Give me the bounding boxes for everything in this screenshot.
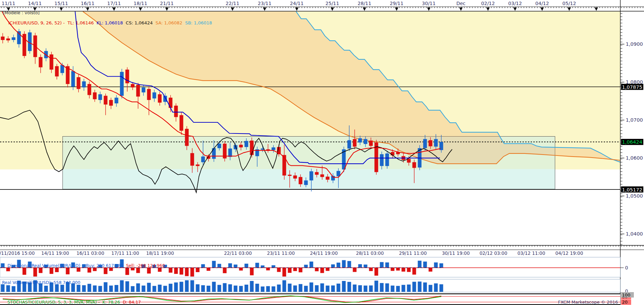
top-axis-label: Dec	[456, 1, 465, 6]
day-marker-triangle	[112, 7, 116, 11]
day-marker-triangle	[7, 7, 10, 11]
bottom-axis-label: 17/11 11:00	[111, 250, 139, 256]
price-axis-label: 1,0600	[626, 155, 643, 161]
bottom-axis-label: 30/11 19:00	[442, 250, 470, 256]
top-axis-label: 04/12	[535, 1, 549, 6]
top-axis-label: 24/11	[290, 1, 304, 6]
price-tag-label: 1,07875	[622, 84, 642, 90]
stoch-100-label: 100	[622, 292, 630, 298]
bottom-axis-label: 14/11 19:00	[41, 250, 69, 256]
bottom-axis-label: 24/11 19:00	[310, 250, 338, 256]
price-chart[interactable]	[0, 12, 620, 245]
top-axis-label: 05/12	[562, 1, 576, 6]
day-marker-triangle	[395, 7, 398, 11]
top-axis-label: 21/11	[160, 1, 174, 6]
top-axis-label: 30/11	[422, 1, 436, 6]
top-axis-label: 25/11	[326, 1, 339, 6]
bottom-axis-label: 29/11 11:00	[399, 250, 427, 256]
day-marker-triangle	[427, 7, 430, 11]
bottom-axis-label: 03/12 11:00	[517, 250, 545, 256]
top-axis-label: 02/12	[481, 1, 495, 6]
bottom-axis-label: 16/11 03:00	[76, 250, 104, 256]
top-axis-label: 11/11	[2, 1, 15, 6]
top-axis-label: 29/11	[390, 1, 403, 6]
stoch-20-label: 20	[622, 300, 628, 305]
top-axis-label: 28/11	[358, 1, 371, 6]
day-marker-triangle	[513, 7, 517, 11]
top-axis-label: 14/11	[28, 1, 42, 6]
day-marker-triangle	[363, 7, 366, 11]
price-axis-label: 1,0700	[626, 117, 643, 123]
day-marker-triangle	[295, 7, 298, 11]
top-axis-label: 17/11	[107, 1, 121, 6]
price-axis-label: 1,0500	[626, 193, 643, 199]
day-marker-triangle	[33, 7, 37, 11]
day-marker-triangle	[86, 7, 89, 11]
bottom-axis-label: 10/11/2016 15:00	[0, 250, 35, 256]
bottom-axis-label: 22/11 03:00	[224, 250, 252, 256]
day-marker-triangle	[540, 7, 544, 11]
top-axis-label: 16/11	[81, 1, 94, 6]
dir-volume-plot[interactable]	[0, 257, 620, 277]
top-axis-label: 15/11	[54, 1, 68, 6]
day-marker-triangle	[231, 7, 234, 11]
day-marker-triangle	[139, 7, 142, 11]
top-axis-label: 22/11	[226, 1, 239, 6]
day-marker-triangle	[459, 7, 463, 11]
price-axis-label: 1,0400	[626, 231, 643, 237]
day-marker-triangle	[263, 7, 266, 11]
day-marker-triangle	[331, 7, 334, 11]
day-marker-triangle	[595, 7, 598, 11]
bottom-axis-label: 02/12 03:00	[480, 250, 507, 256]
dir-volume-zero-label: 0	[625, 265, 628, 270]
day-marker-triangle	[568, 7, 571, 11]
top-axis-label: 18/11	[134, 1, 147, 6]
price-tag-label: 1,06424	[622, 139, 642, 145]
top-axis-label: 03/12	[508, 1, 522, 6]
day-marker-triangle	[486, 7, 490, 11]
day-marker-triangle	[60, 7, 63, 11]
price-axis-label: 1,0900	[626, 41, 643, 47]
chart-canvas[interactable]: 11/1114/1115/1116/1117/1118/1121/1122/11…	[0, 0, 644, 305]
stochastic-plot[interactable]	[0, 294, 620, 305]
bottom-axis-label: 23/11 11:00	[267, 250, 295, 256]
real-volume-plot[interactable]	[0, 279, 620, 292]
bottom-axis-label: 04/12 19:00	[555, 250, 583, 256]
bottom-axis-label: 28/11 03:00	[356, 250, 384, 256]
price-tag-label: 1,05172	[622, 187, 642, 192]
bottom-axis-label: 18/11 19:00	[146, 250, 174, 256]
day-marker-triangle	[165, 7, 169, 11]
marketscope-window: 11/1114/1115/1116/1117/1118/1121/1122/11…	[0, 0, 644, 305]
top-axis-label: 23/11	[258, 1, 271, 6]
